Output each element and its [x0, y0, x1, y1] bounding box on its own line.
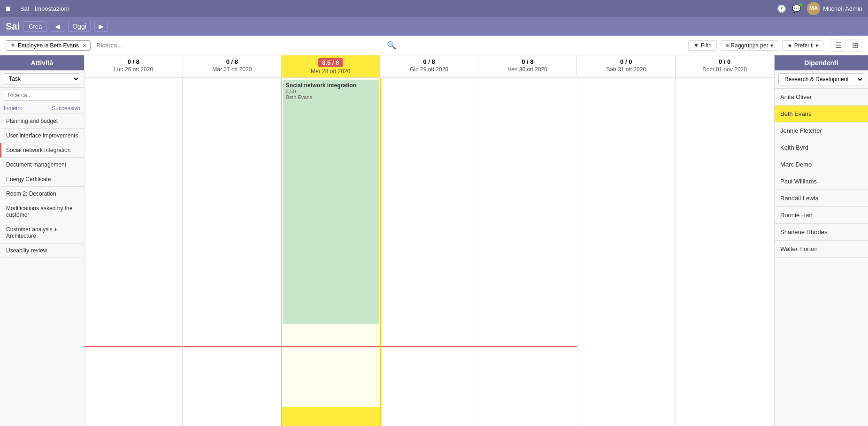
user-name: Mitchell Admin — [823, 5, 862, 12]
day-column-header: 0 / 8Gio 29 ott 2020 — [380, 55, 479, 77]
day-column[interactable] — [479, 78, 577, 426]
tasks-forward-button[interactable]: Successivo — [52, 105, 80, 112]
list-view-button[interactable]: ☰ — [831, 39, 846, 52]
filtri-button[interactable]: ▼ Filtri — [688, 40, 717, 51]
day-column[interactable] — [183, 78, 281, 426]
red-time-line — [381, 346, 478, 347]
employee-item[interactable]: Beth Evans — [775, 106, 868, 122]
employee-item[interactable]: Randall Lewis — [775, 190, 868, 207]
task-block-hours: 8,50 — [286, 89, 376, 94]
employee-item[interactable]: Sharlene Rhodes — [775, 224, 868, 241]
employee-item[interactable]: Ronnie Hart — [775, 207, 868, 224]
filter-funnel-icon: ▼ — [693, 42, 699, 49]
app-logo: ■ — [6, 4, 11, 14]
day-hours: 0 / 8 — [86, 58, 181, 65]
task-block[interactable]: Social network integration8,50Beth Evans — [283, 80, 379, 324]
task-item[interactable]: Document management — [0, 158, 84, 172]
department-select[interactable]: Research & Development — [778, 73, 864, 85]
day-column[interactable] — [676, 78, 774, 426]
day-column-header: 0 / 8Mar 27 ott 2020 — [183, 55, 282, 77]
today-bottom-highlight — [282, 407, 380, 426]
right-panel-header: Dipendenti — [775, 55, 868, 70]
next-button[interactable]: ▶ — [94, 21, 108, 32]
user-avatar[interactable]: MA Mitchell Admin — [807, 2, 862, 15]
filter-tag-close-icon[interactable]: × — [83, 42, 86, 49]
create-button[interactable]: Crea — [23, 21, 47, 32]
group-icon: ≡ — [726, 42, 729, 49]
day-date: Mer 28 ott 2020 — [284, 68, 378, 75]
employee-item[interactable]: Anita Oliver — [775, 89, 868, 106]
day-date: Mar 27 ott 2020 — [185, 66, 279, 73]
search-input[interactable] — [94, 41, 383, 50]
task-item[interactable]: Modifications asked by the customer — [0, 201, 84, 222]
day-column-header: 0 / 8Lun 26 ott 2020 — [84, 55, 183, 77]
employee-item[interactable]: Marc Demo — [775, 156, 868, 173]
employee-item[interactable]: Paul Williams — [775, 173, 868, 190]
right-panel: Dipendenti Research & Development Anita … — [774, 55, 868, 426]
task-type-select[interactable]: Task — [4, 73, 80, 84]
nav-impostazioni[interactable]: Impostazioni — [35, 5, 69, 12]
day-date: Sab 31 ott 2020 — [579, 66, 673, 73]
task-item[interactable]: Energy Certificate — [0, 172, 84, 187]
day-hours: 0 / 0 — [677, 58, 772, 65]
page-title: Sal — [6, 21, 20, 32]
day-column-header: 0 / 0Dom 01 nov 2020 — [676, 55, 774, 77]
task-block-employee: Beth Evans — [286, 94, 376, 100]
day-column[interactable] — [84, 78, 183, 426]
notification-badge — [799, 3, 803, 7]
day-hours: 0 / 0 — [579, 58, 673, 65]
task-block-title: Social network integration — [286, 82, 376, 89]
task-search-input[interactable] — [4, 90, 80, 101]
day-hours: 0 / 8 — [382, 58, 476, 65]
day-date: Ven 30 ott 2020 — [480, 66, 575, 73]
second-navbar: Sal Crea ◀ Oggi ▶ — [0, 17, 868, 36]
task-item[interactable]: Room 2: Decoration — [0, 187, 84, 201]
left-panel-filter: Task — [0, 70, 84, 88]
dropdown-arrow: ▾ — [770, 42, 773, 49]
employee-item[interactable]: Jennie Fletcher — [775, 122, 868, 139]
day-date: Lun 26 ott 2020 — [86, 66, 181, 73]
task-item[interactable]: Useablity review — [0, 243, 84, 258]
star-icon: ★ — [787, 42, 792, 49]
filter-bar: ▼ Employee is Beth Evans × 🔍 ▼ Filtri ≡ … — [0, 36, 868, 55]
left-panel: Attività Task Indietro Successivo Planni… — [0, 55, 84, 426]
task-item[interactable]: Social network integration — [0, 143, 84, 158]
red-time-line — [183, 346, 280, 347]
task-list: Planning and budgetUser interface improv… — [0, 114, 84, 426]
left-panel-nav: Indietro Successivo — [0, 103, 84, 114]
clock-icon[interactable]: 🕐 — [777, 4, 786, 13]
day-column-header: 0 / 8Ven 30 ott 2020 — [478, 55, 577, 77]
day-column[interactable] — [577, 78, 676, 426]
employee-item[interactable]: Keith Byrd — [775, 139, 868, 156]
tasks-back-button[interactable]: Indietro — [4, 105, 23, 112]
task-item[interactable]: Planning and budget — [0, 114, 84, 129]
red-time-line — [84, 346, 182, 347]
day-date: Gio 29 ott 2020 — [382, 66, 476, 73]
day-hours: 8.5 / 8 — [318, 58, 343, 67]
raggruppa-button[interactable]: ≡ Raggruppa per ▾ — [721, 40, 778, 51]
filter-tag-text: Employee is Beth Evans — [18, 42, 79, 49]
calendar-header: 0 / 8Lun 26 ott 20200 / 8Mar 27 ott 2020… — [84, 55, 774, 78]
top-navbar: ■ Sal Impostazioni 🕐 💬 MA Mitchell Admin — [0, 0, 868, 17]
top-nav-icons: 🕐 💬 MA Mitchell Admin — [777, 2, 862, 15]
chat-icon[interactable]: 💬 — [792, 4, 801, 13]
task-item[interactable]: User interface improvements — [0, 129, 84, 143]
today-button[interactable]: Oggi — [68, 21, 91, 32]
main-layout: Attività Task Indietro Successivo Planni… — [0, 55, 868, 426]
filter-tag-employee[interactable]: ▼ Employee is Beth Evans × — [6, 40, 91, 51]
day-hours: 0 / 8 — [185, 58, 279, 65]
left-panel-header: Attività — [0, 55, 84, 70]
preferiti-button[interactable]: ★ Preferiti ▾ — [782, 40, 823, 51]
prev-button[interactable]: ◀ — [51, 21, 64, 32]
search-button[interactable]: 🔍 — [387, 41, 396, 50]
day-column[interactable] — [381, 78, 479, 426]
calendar-area: 0 / 8Lun 26 ott 20200 / 8Mar 27 ott 2020… — [84, 55, 774, 426]
day-column-header: 0 / 0Sab 31 ott 2020 — [577, 55, 676, 77]
task-item[interactable]: Customer analysis + Architecture — [0, 222, 84, 243]
left-panel-search — [0, 88, 84, 103]
day-column[interactable]: Social network integration8,50Beth Evans — [281, 78, 381, 426]
employee-item[interactable]: Walter Horton — [775, 241, 868, 258]
nav-sal[interactable]: Sal — [20, 5, 29, 12]
red-time-line — [479, 346, 577, 347]
grid-view-button[interactable]: ⊞ — [848, 39, 862, 52]
